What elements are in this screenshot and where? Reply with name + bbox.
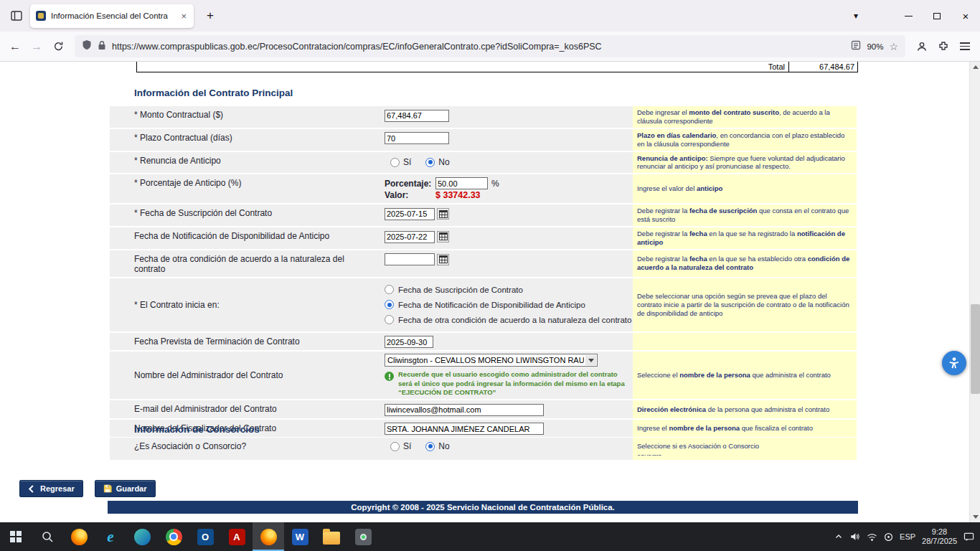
browser-tab[interactable]: Información Esencial del Contra × xyxy=(30,4,194,28)
inicia-otra-radio[interactable] xyxy=(385,315,394,324)
chrome-icon[interactable] xyxy=(158,522,189,551)
tab-close-icon[interactable]: × xyxy=(179,11,188,21)
form-row-fecha-terminacion: Fecha Prevista de Terminación de Contrat… xyxy=(110,333,857,351)
window-maximize-button[interactable] xyxy=(923,4,951,28)
form-row-administrador: Nombre del Administrador del Contrato Cl… xyxy=(110,352,857,399)
menu-icon[interactable] xyxy=(954,36,976,57)
info-green-icon xyxy=(385,372,394,381)
window-minimize-button[interactable] xyxy=(894,4,923,28)
form-row-inicia: * El Contrato inicia en: Fecha de Suscri… xyxy=(110,278,857,331)
calendar-icon[interactable] xyxy=(437,231,449,242)
valor-anticipo-value: $ 33742.33 xyxy=(435,190,481,200)
outlook-icon[interactable]: O xyxy=(189,522,221,551)
renuncia-option-si[interactable]: Sí xyxy=(390,157,411,167)
consorcio-no-radio[interactable] xyxy=(425,442,435,451)
fecha-terminacion-input[interactable] xyxy=(385,336,433,348)
label-fecha-otra: Fecha de otra condición de acuerdo a la … xyxy=(110,250,380,277)
help-administrador: Seleccione el nombre de la persona que a… xyxy=(633,352,857,399)
window-close-button[interactable]: × xyxy=(951,4,980,28)
help-plazo: Plazo en días calendario, en concordanci… xyxy=(633,129,857,151)
inicia-notificacion-radio[interactable] xyxy=(385,300,394,309)
consorcio-option-si[interactable]: Sí xyxy=(390,441,411,451)
vertical-scrollbar[interactable] xyxy=(969,62,980,522)
edge-icon[interactable] xyxy=(126,522,158,551)
network-icon[interactable] xyxy=(867,532,877,542)
form-row-plazo: * Plazo Contractual (días) Plazo en días… xyxy=(110,129,857,151)
extensions-icon[interactable] xyxy=(933,36,954,57)
inicia-option-notificacion[interactable]: Fecha de Notificación de Disponibilidad … xyxy=(385,297,633,312)
new-tab-button[interactable]: + xyxy=(201,7,220,24)
form-row-fecha-suscripcion: * Fecha de Suscripción del Contrato Debe… xyxy=(110,204,857,226)
form-row-renuncia: * Renuncia de Anticipo Sí No Renuncia de… xyxy=(110,152,857,174)
bookmark-star-icon[interactable]: ☆ xyxy=(889,41,898,52)
valor-sublabel: Valor: xyxy=(385,190,435,200)
lock-icon[interactable] xyxy=(98,40,106,53)
renuncia-si-radio[interactable] xyxy=(390,158,400,167)
scroll-down-arrow[interactable] xyxy=(970,512,980,522)
search-icon[interactable] xyxy=(32,522,63,551)
administrador-select[interactable]: Cliwinsgton - CEVALLOS MORENO LIWINSGTON… xyxy=(385,354,598,367)
consorcio-no-label: No xyxy=(438,441,449,451)
porcentaje-input[interactable] xyxy=(435,177,488,189)
forward-icon[interactable]: → xyxy=(26,36,47,57)
consorcio-si-label: Sí xyxy=(403,441,411,451)
word-icon[interactable]: W xyxy=(284,522,316,551)
fecha-notificacion-input[interactable] xyxy=(385,231,435,243)
inicia-suscripcion-radio[interactable] xyxy=(385,285,394,294)
tracking-protection-shield-icon[interactable] xyxy=(82,39,92,53)
language-indicator[interactable]: ESP xyxy=(900,532,915,541)
renuncia-no-radio[interactable] xyxy=(425,158,435,167)
action-center-icon[interactable] xyxy=(963,532,974,542)
url-bar[interactable]: https://www.compraspublicas.gob.ec/Proce… xyxy=(75,35,905,57)
firefox-icon[interactable] xyxy=(63,522,95,551)
select-dropdown-icon[interactable] xyxy=(585,355,596,365)
monto-input[interactable] xyxy=(385,110,449,122)
fecha-otra-input[interactable] xyxy=(385,253,435,265)
inicia-option-suscripcion[interactable]: Fecha de Suscripción de Contrato xyxy=(385,282,633,297)
start-button[interactable] xyxy=(0,522,32,551)
capture-tool-icon[interactable] xyxy=(347,522,379,551)
help-fecha-terminacion xyxy=(633,333,857,351)
accessibility-person-icon xyxy=(947,356,961,370)
back-icon[interactable]: ← xyxy=(4,36,26,57)
firefox-active-icon[interactable] xyxy=(253,522,284,551)
consorcio-si-radio[interactable] xyxy=(390,442,400,451)
reload-icon[interactable] xyxy=(47,36,69,57)
volume-icon[interactable] xyxy=(849,532,860,542)
section-title-consorcios: Información de Consorcios xyxy=(134,424,260,435)
inicia-option-otra[interactable]: Fecha de otra condición de acuerdo a la … xyxy=(385,312,633,327)
consorcio-option-no[interactable]: No xyxy=(425,441,449,451)
list-all-tabs-icon[interactable]: ▾ xyxy=(847,8,865,24)
fecha-suscripcion-input[interactable] xyxy=(385,208,435,220)
zoom-level-button[interactable]: 90% xyxy=(867,42,883,51)
renuncia-option-no[interactable]: No xyxy=(425,157,449,167)
hidden-icons-chevron[interactable] xyxy=(834,532,843,541)
fiscalizador-input[interactable] xyxy=(385,423,544,435)
form-row-fecha-otra: Fecha de otra condición de acuerdo a la … xyxy=(110,250,857,277)
percent-sign: % xyxy=(491,179,499,189)
firefox-view-icon[interactable] xyxy=(6,5,27,27)
label-monto: * Monto Contractual ($) xyxy=(110,106,380,128)
administrador-selected-value: Cliwinsgton - CEVALLOS MORENO LIWINSGTON… xyxy=(387,356,584,364)
administrador-note-text: Recuerde que el usuario escogido como ad… xyxy=(398,370,630,397)
reader-mode-icon[interactable] xyxy=(851,40,861,53)
calendar-icon[interactable] xyxy=(437,208,449,220)
calendar-icon[interactable] xyxy=(437,254,449,265)
account-icon[interactable] xyxy=(911,36,933,57)
scrollbar-thumb[interactable] xyxy=(971,304,980,394)
total-label: Total xyxy=(137,62,789,72)
plazo-input[interactable] xyxy=(385,132,449,144)
clock[interactable]: 9:28 28/7/2025 xyxy=(922,527,957,546)
scroll-up-arrow[interactable] xyxy=(970,62,980,72)
guardar-label: Guardar xyxy=(116,484,147,493)
regresar-button[interactable]: Regresar xyxy=(19,480,83,497)
file-explorer-icon[interactable] xyxy=(316,522,347,551)
regresar-label: Regresar xyxy=(40,484,75,493)
ime-icon[interactable] xyxy=(884,532,893,542)
guardar-button[interactable]: Guardar xyxy=(95,480,156,497)
contract-form: * Monto Contractual ($) Debe ingresar el… xyxy=(110,106,857,460)
email-admin-input[interactable] xyxy=(385,404,544,416)
accessibility-widget-button[interactable] xyxy=(942,351,966,375)
acrobat-icon[interactable]: A xyxy=(221,522,253,551)
internet-explorer-icon[interactable]: e xyxy=(95,522,126,551)
